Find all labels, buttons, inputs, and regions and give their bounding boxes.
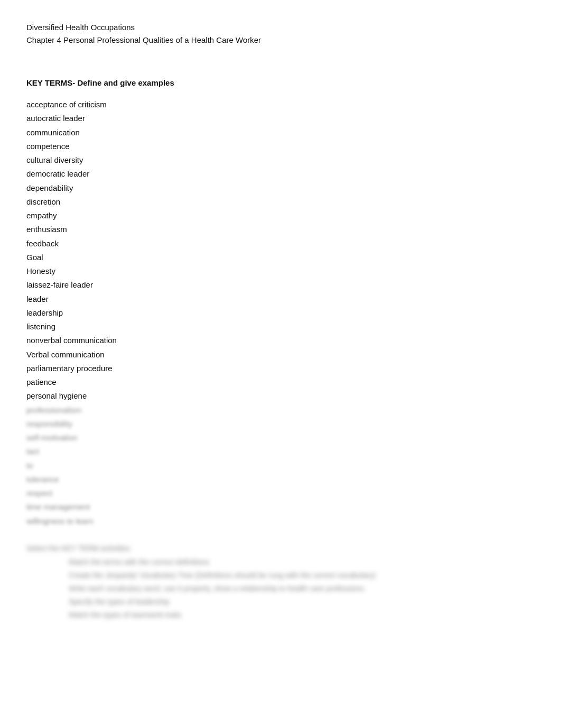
term-item: feedback	[26, 237, 535, 251]
term-item: Honesty	[26, 264, 535, 278]
blurred-section-title: Select the KEY TERM activities:	[26, 544, 535, 552]
term-item: Goal	[26, 251, 535, 264]
term-item: autocratic leader	[26, 112, 535, 125]
term-item: discretion	[26, 195, 535, 209]
term-item: listening	[26, 320, 535, 334]
document-title-line2: Chapter 4 Personal Professional Qualitie…	[26, 34, 535, 47]
term-item: parliamentary procedure	[26, 362, 535, 375]
term-item: dependability	[26, 181, 535, 195]
blurred-term-item: willingness to learn	[26, 514, 535, 528]
key-terms-section: KEY TERMS- Define and give examples acce…	[26, 78, 535, 528]
term-item: competence	[26, 140, 535, 153]
blurred-term-item: tact	[26, 445, 535, 458]
term-item: acceptance of criticism	[26, 98, 535, 112]
blurred-activities-section: Select the KEY TERM activities: Match th…	[26, 544, 535, 621]
term-item: Verbal communication	[26, 348, 535, 362]
term-item: leadership	[26, 306, 535, 320]
blurred-term-item: to	[26, 459, 535, 473]
term-item: enthusiasm	[26, 223, 535, 236]
terms-list: acceptance of criticismautocratic leader…	[26, 98, 535, 403]
document-header: Diversified Health Occupations Chapter 4…	[26, 21, 535, 47]
blurred-term-item: professionalism	[26, 403, 535, 417]
blurred-bullet-item: Match the types of teamwork traits	[26, 610, 535, 621]
key-terms-heading: KEY TERMS- Define and give examples	[26, 78, 535, 87]
term-item: personal hygiene	[26, 389, 535, 403]
blurred-term-item: time management	[26, 500, 535, 514]
term-item: communication	[26, 126, 535, 140]
term-item: laissez-faire leader	[26, 278, 535, 292]
term-item: democratic leader	[26, 167, 535, 181]
blurred-term-item: responsibility	[26, 417, 535, 431]
blurred-bullet-item: Match the terms with the correct definit…	[26, 557, 535, 568]
blurred-term-item: self-motivation	[26, 431, 535, 445]
blurred-bullet-item: Specify the types of leadership	[26, 596, 535, 607]
term-item: cultural diversity	[26, 153, 535, 167]
blurred-bullet-item: Create the Jeopardy! Vocabulary Tree (De…	[26, 570, 535, 581]
document-title-line1: Diversified Health Occupations	[26, 21, 535, 34]
term-item: patience	[26, 375, 535, 389]
term-item: leader	[26, 292, 535, 306]
blurred-bullet-item: Write each vocabulary word, use it prope…	[26, 583, 535, 594]
term-item: nonverbal communication	[26, 334, 535, 347]
term-item: empathy	[26, 209, 535, 223]
blurred-term-item: respect	[26, 486, 535, 500]
blurred-terms-list: professionalismresponsibilityself-motiva…	[26, 403, 535, 528]
blurred-term-item: tolerance	[26, 473, 535, 486]
